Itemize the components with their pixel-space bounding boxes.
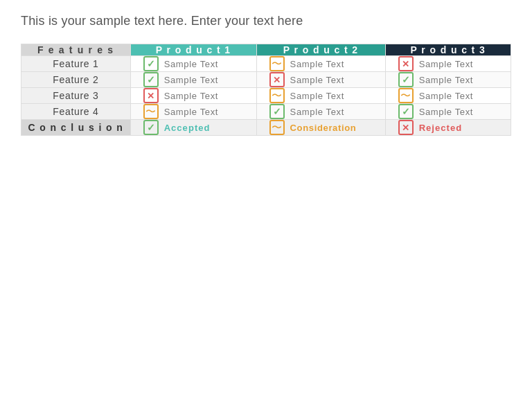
cell-text: Sample Text	[164, 91, 218, 101]
data-cell-r2-c2: ✕Sample Text	[256, 72, 385, 88]
cell-text: Sample Text	[164, 107, 218, 117]
wave-icon: 〜	[269, 88, 285, 103]
header-product2: P r o d u c t 2	[256, 44, 385, 56]
wave-icon: 〜	[269, 120, 285, 135]
table-row: Feature 3✕Sample Text〜Sample Text〜Sample…	[21, 88, 511, 104]
data-cell-r1-c3: ✕Sample Text	[385, 56, 511, 72]
check-icon: ✓	[269, 104, 285, 119]
comparison-table: F e a t u r e s P r o d u c t 1 P r o d …	[21, 44, 511, 136]
conclusion-cell-1: ✓Accepted	[130, 120, 256, 136]
data-cell-r4-c3: ✓Sample Text	[385, 104, 511, 120]
conclusion-text-consideration: Consideration	[290, 123, 357, 133]
cross-icon: ✕	[143, 88, 159, 103]
conclusion-row: C o n c l u s i o n✓Accepted〜Considerati…	[21, 120, 511, 136]
check-icon: ✓	[398, 72, 414, 87]
feature-label-3: Feature 3	[21, 88, 131, 104]
cell-text: Sample Text	[290, 59, 344, 69]
header-product1: P r o d u c t 1	[130, 44, 256, 56]
check-icon: ✓	[143, 56, 159, 71]
conclusion-text-rejected: Rejected	[419, 123, 463, 133]
cell-text: Sample Text	[290, 91, 344, 101]
cell-text: Sample Text	[419, 75, 473, 85]
header-product3: P r o d u c t 3	[385, 44, 511, 56]
data-cell-r3-c2: 〜Sample Text	[256, 88, 385, 104]
table-row: Feature 4〜Sample Text✓Sample Text✓Sample…	[21, 104, 511, 120]
table-row: Feature 1✓Sample Text〜Sample Text✕Sample…	[21, 56, 511, 72]
cell-text: Sample Text	[290, 107, 344, 117]
table-row: Feature 2✓Sample Text✕Sample Text✓Sample…	[21, 72, 511, 88]
cell-text: Sample Text	[164, 75, 218, 85]
cross-icon: ✕	[269, 72, 285, 87]
data-cell-r1-c1: ✓Sample Text	[130, 56, 256, 72]
conclusion-label: C o n c l u s i o n	[21, 120, 131, 136]
cell-text: Sample Text	[290, 75, 344, 85]
data-cell-r1-c2: 〜Sample Text	[256, 56, 385, 72]
wave-icon: 〜	[398, 88, 414, 103]
feature-label-1: Feature 1	[21, 56, 131, 72]
cell-text: Sample Text	[419, 91, 473, 101]
cross-icon: ✕	[398, 56, 414, 71]
wave-icon: 〜	[143, 104, 159, 119]
header-row: F e a t u r e s P r o d u c t 1 P r o d …	[21, 44, 511, 56]
data-cell-r3-c1: ✕Sample Text	[130, 88, 256, 104]
data-cell-r4-c1: 〜Sample Text	[130, 104, 256, 120]
conclusion-text-accepted: Accepted	[164, 123, 211, 133]
conclusion-cell-3: ✕Rejected	[385, 120, 511, 136]
feature-label-4: Feature 4	[21, 104, 131, 120]
subtitle: This is your sample text here. Enter you…	[21, 14, 303, 28]
feature-label-2: Feature 2	[21, 72, 131, 88]
cell-text: Sample Text	[419, 59, 473, 69]
check-icon: ✓	[143, 120, 159, 135]
header-features: F e a t u r e s	[21, 44, 131, 56]
data-cell-r3-c3: 〜Sample Text	[385, 88, 511, 104]
cross-icon: ✕	[398, 120, 414, 135]
check-icon: ✓	[398, 104, 414, 119]
cell-text: Sample Text	[419, 107, 473, 117]
wave-icon: 〜	[269, 56, 285, 71]
cell-text: Sample Text	[164, 59, 218, 69]
data-cell-r2-c3: ✓Sample Text	[385, 72, 511, 88]
data-cell-r4-c2: ✓Sample Text	[256, 104, 385, 120]
data-cell-r2-c1: ✓Sample Text	[130, 72, 256, 88]
check-icon: ✓	[143, 72, 159, 87]
conclusion-cell-2: 〜Consideration	[256, 120, 385, 136]
